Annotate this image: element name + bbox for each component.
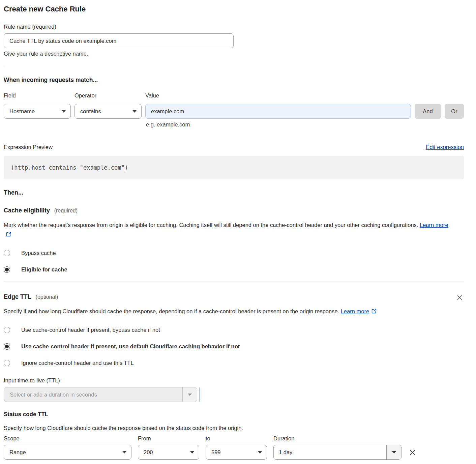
value-hint: e.g. example.com bbox=[146, 121, 464, 128]
scope-select-value: Range bbox=[9, 449, 26, 456]
duration-select[interactable]: 1 day bbox=[273, 445, 401, 460]
edit-expression-link[interactable]: Edit expression bbox=[426, 144, 464, 150]
chevron-down-icon bbox=[190, 451, 194, 454]
scope-label: Scope bbox=[4, 435, 131, 442]
radio-use-header-default[interactable]: Use cache-control header if present, use… bbox=[4, 343, 464, 350]
ttl-divider bbox=[199, 387, 200, 402]
radio-label: Use cache-control header if present, byp… bbox=[21, 327, 160, 333]
radio-ignore-header[interactable]: Ignore cache-control header and use this… bbox=[4, 360, 464, 366]
rule-name-input[interactable] bbox=[4, 33, 234, 48]
edge-ttl-description: Specify if and how long Cloudflare shoul… bbox=[4, 307, 455, 317]
status-code-ttl-description: Specify how long Cloudflare should cache… bbox=[4, 425, 464, 431]
radio-label: Ignore cache-control header and use this… bbox=[21, 360, 134, 366]
radio-use-header-bypass[interactable]: Use cache-control header if present, byp… bbox=[4, 327, 464, 333]
expression-preview-label: Expression Preview bbox=[4, 144, 53, 150]
or-button[interactable]: Or bbox=[445, 104, 464, 119]
edge-ttl-heading: Edge TTL bbox=[4, 293, 31, 300]
operator-select-value: contains bbox=[80, 108, 101, 115]
page-title: Create new Cache Rule bbox=[4, 5, 464, 13]
edge-ttl-learn-more-link[interactable]: Learn more bbox=[341, 308, 369, 314]
value-input[interactable] bbox=[145, 104, 411, 119]
chevron-down-icon bbox=[122, 451, 126, 454]
create-cache-rule-form: Create new Cache Rule Rule name (require… bbox=[0, 0, 476, 464]
to-select[interactable]: 599 bbox=[206, 445, 267, 460]
radio-selected-icon bbox=[4, 343, 10, 350]
rule-name-help: Give your rule a descriptive name. bbox=[4, 51, 464, 57]
chevron-down-icon bbox=[258, 451, 262, 454]
radio-label: Use cache-control header if present, use… bbox=[21, 343, 240, 350]
rule-name-label: Rule name (required) bbox=[4, 24, 464, 30]
cache-eligibility-description-text: Mark whether the request's response from… bbox=[4, 222, 418, 228]
from-label: From bbox=[138, 435, 199, 442]
required-tag: (required) bbox=[54, 208, 78, 213]
radio-icon bbox=[4, 327, 10, 333]
from-select-value: 200 bbox=[144, 449, 153, 456]
to-label: to bbox=[206, 435, 267, 442]
then-heading: Then... bbox=[4, 189, 464, 196]
radio-label: Bypass cache bbox=[21, 250, 56, 256]
cache-eligibility-heading: Cache eligibility bbox=[4, 207, 50, 214]
external-link-icon bbox=[6, 230, 11, 240]
operator-label: Operator bbox=[75, 92, 142, 99]
and-button[interactable]: And bbox=[415, 104, 441, 119]
chevron-down-icon bbox=[386, 445, 401, 459]
edge-ttl-description-text: Specify if and how long Cloudflare shoul… bbox=[4, 308, 339, 314]
divider bbox=[4, 282, 464, 282]
radio-icon bbox=[4, 250, 10, 256]
radio-bypass-cache[interactable]: Bypass cache bbox=[4, 250, 464, 256]
radio-icon bbox=[4, 360, 10, 366]
match-section-heading: When incoming requests match... bbox=[4, 77, 464, 84]
cache-eligibility-description: Mark whether the request's response from… bbox=[4, 220, 455, 240]
to-select-value: 599 bbox=[211, 449, 221, 456]
radio-label: Eligible for cache bbox=[21, 266, 67, 273]
scope-select[interactable]: Range bbox=[4, 445, 131, 460]
edge-ttl-close-icon[interactable] bbox=[455, 293, 464, 302]
chevron-down-icon bbox=[182, 387, 197, 402]
field-select-value: Hostname bbox=[9, 108, 35, 115]
from-select[interactable]: 200 bbox=[138, 445, 199, 460]
optional-tag: (optional) bbox=[36, 294, 58, 300]
duration-label: Duration bbox=[273, 435, 401, 442]
operator-select[interactable]: contains bbox=[75, 104, 142, 119]
expression-code: (http.host contains "example.com") bbox=[4, 156, 464, 179]
radio-eligible-for-cache[interactable]: Eligible for cache bbox=[4, 266, 464, 273]
field-select[interactable]: Hostname bbox=[4, 104, 71, 119]
ttl-input-label: Input time-to-live (TTL) bbox=[4, 377, 464, 384]
ttl-duration-placeholder: Select or add a duration in seconds bbox=[4, 387, 182, 402]
status-code-ttl-heading: Status code TTL bbox=[4, 411, 464, 418]
value-label: Value bbox=[145, 92, 411, 99]
external-link-icon bbox=[371, 307, 377, 317]
divider bbox=[4, 67, 464, 67]
radio-selected-icon bbox=[4, 266, 10, 273]
duration-select-value: 1 day bbox=[274, 445, 386, 459]
chevron-down-icon bbox=[62, 110, 66, 113]
remove-status-ttl-icon[interactable] bbox=[408, 448, 417, 457]
chevron-down-icon bbox=[132, 110, 137, 113]
cache-eligibility-learn-more-link[interactable]: Learn more bbox=[420, 222, 448, 228]
field-label: Field bbox=[4, 92, 71, 99]
ttl-duration-select[interactable]: Select or add a duration in seconds bbox=[4, 387, 197, 402]
